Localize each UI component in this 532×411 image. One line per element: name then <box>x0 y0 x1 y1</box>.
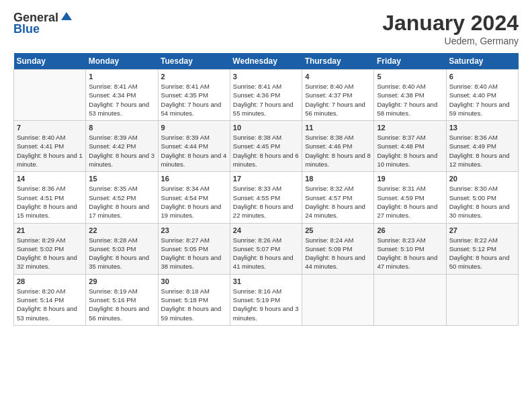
header-row: General Blue January 2024 Uedem, Germany <box>13 11 519 46</box>
day-cell: 4Sunrise: 8:40 AM Sunset: 4:37 PM Daylig… <box>302 70 374 121</box>
day-info: Sunrise: 8:36 AM Sunset: 4:51 PM Dayligh… <box>17 184 83 220</box>
day-number: 13 <box>449 124 515 132</box>
month-title: January 2024 <box>382 11 519 36</box>
day-number: 6 <box>449 73 515 81</box>
day-cell: 6Sunrise: 8:40 AM Sunset: 4:40 PM Daylig… <box>446 70 518 121</box>
day-cell: 26Sunrise: 8:23 AM Sunset: 5:10 PM Dayli… <box>374 223 446 274</box>
col-saturday: Saturday <box>446 53 518 70</box>
title-block: January 2024 Uedem, Germany <box>382 11 519 46</box>
col-monday: Monday <box>86 53 158 70</box>
day-number: 20 <box>449 175 515 183</box>
day-number: 7 <box>17 124 83 132</box>
day-number: 1 <box>89 73 154 81</box>
day-number: 3 <box>233 73 299 81</box>
day-cell: 11Sunrise: 8:38 AM Sunset: 4:46 PM Dayli… <box>302 121 374 172</box>
page-container: General Blue January 2024 Uedem, Germany… <box>0 0 532 334</box>
day-info: Sunrise: 8:24 AM Sunset: 5:09 PM Dayligh… <box>305 236 371 271</box>
day-cell: 25Sunrise: 8:24 AM Sunset: 5:09 PM Dayli… <box>302 223 374 274</box>
day-number: 9 <box>161 124 227 132</box>
logo-blue-text: Blue <box>13 22 40 36</box>
day-info: Sunrise: 8:36 AM Sunset: 4:49 PM Dayligh… <box>449 133 515 169</box>
col-thursday: Thursday <box>302 53 374 70</box>
day-cell: 12Sunrise: 8:37 AM Sunset: 4:48 PM Dayli… <box>374 121 446 172</box>
day-info: Sunrise: 8:26 AM Sunset: 5:07 PM Dayligh… <box>233 236 299 271</box>
day-cell: 1Sunrise: 8:41 AM Sunset: 4:34 PM Daylig… <box>86 70 158 121</box>
location-title: Uedem, Germany <box>382 36 519 46</box>
day-number: 17 <box>233 175 299 183</box>
day-number: 16 <box>161 175 227 183</box>
day-info: Sunrise: 8:20 AM Sunset: 5:14 PM Dayligh… <box>17 287 83 322</box>
svg-marker-0 <box>61 12 72 20</box>
day-info: Sunrise: 8:40 AM Sunset: 4:38 PM Dayligh… <box>377 82 443 118</box>
day-number: 15 <box>89 175 154 183</box>
day-info: Sunrise: 8:28 AM Sunset: 5:03 PM Dayligh… <box>89 236 154 271</box>
day-number: 19 <box>377 175 443 183</box>
day-number: 2 <box>161 73 227 81</box>
day-info: Sunrise: 8:39 AM Sunset: 4:42 PM Dayligh… <box>89 133 154 169</box>
col-wednesday: Wednesday <box>230 53 302 70</box>
day-info: Sunrise: 8:16 AM Sunset: 5:19 PM Dayligh… <box>233 287 299 322</box>
day-number: 25 <box>305 226 371 234</box>
col-tuesday: Tuesday <box>158 53 230 70</box>
day-number: 10 <box>233 124 299 132</box>
day-number: 31 <box>233 277 299 285</box>
week-row-4: 21Sunrise: 8:29 AM Sunset: 5:02 PM Dayli… <box>14 223 519 274</box>
day-number: 5 <box>377 73 443 81</box>
day-info: Sunrise: 8:29 AM Sunset: 5:02 PM Dayligh… <box>17 236 83 271</box>
day-cell: 31Sunrise: 8:16 AM Sunset: 5:19 PM Dayli… <box>230 274 302 325</box>
day-cell: 28Sunrise: 8:20 AM Sunset: 5:14 PM Dayli… <box>14 274 86 325</box>
day-number: 30 <box>161 277 227 285</box>
day-number: 23 <box>161 226 227 234</box>
day-cell: 8Sunrise: 8:39 AM Sunset: 4:42 PM Daylig… <box>86 121 158 172</box>
day-cell: 7Sunrise: 8:40 AM Sunset: 4:41 PM Daylig… <box>14 121 86 172</box>
col-sunday: Sunday <box>14 53 86 70</box>
week-row-5: 28Sunrise: 8:20 AM Sunset: 5:14 PM Dayli… <box>14 274 519 325</box>
day-cell <box>374 274 446 325</box>
day-cell: 18Sunrise: 8:32 AM Sunset: 4:57 PM Dayli… <box>302 172 374 223</box>
week-row-2: 7Sunrise: 8:40 AM Sunset: 4:41 PM Daylig… <box>14 121 519 172</box>
day-cell: 14Sunrise: 8:36 AM Sunset: 4:51 PM Dayli… <box>14 172 86 223</box>
day-number: 22 <box>89 226 154 234</box>
day-number: 11 <box>305 124 371 132</box>
day-info: Sunrise: 8:41 AM Sunset: 4:35 PM Dayligh… <box>161 82 227 118</box>
day-cell: 22Sunrise: 8:28 AM Sunset: 5:03 PM Dayli… <box>86 223 158 274</box>
day-number: 18 <box>305 175 371 183</box>
week-row-1: 1Sunrise: 8:41 AM Sunset: 4:34 PM Daylig… <box>14 70 519 121</box>
day-number: 21 <box>17 226 83 234</box>
day-cell: 15Sunrise: 8:35 AM Sunset: 4:52 PM Dayli… <box>86 172 158 223</box>
day-info: Sunrise: 8:34 AM Sunset: 4:54 PM Dayligh… <box>161 184 227 220</box>
day-cell: 29Sunrise: 8:19 AM Sunset: 5:16 PM Dayli… <box>86 274 158 325</box>
day-number: 14 <box>17 175 83 183</box>
day-info: Sunrise: 8:32 AM Sunset: 4:57 PM Dayligh… <box>305 184 371 220</box>
day-info: Sunrise: 8:33 AM Sunset: 4:55 PM Dayligh… <box>233 184 299 220</box>
day-cell: 5Sunrise: 8:40 AM Sunset: 4:38 PM Daylig… <box>374 70 446 121</box>
day-info: Sunrise: 8:40 AM Sunset: 4:40 PM Dayligh… <box>449 82 515 118</box>
day-number: 26 <box>377 226 443 234</box>
day-info: Sunrise: 8:23 AM Sunset: 5:10 PM Dayligh… <box>377 236 443 271</box>
day-info: Sunrise: 8:31 AM Sunset: 4:59 PM Dayligh… <box>377 184 443 220</box>
logo-triangle-icon <box>61 11 72 24</box>
day-info: Sunrise: 8:27 AM Sunset: 5:05 PM Dayligh… <box>161 236 227 271</box>
day-info: Sunrise: 8:19 AM Sunset: 5:16 PM Dayligh… <box>89 287 154 322</box>
day-info: Sunrise: 8:40 AM Sunset: 4:37 PM Dayligh… <box>305 82 371 118</box>
day-cell: 13Sunrise: 8:36 AM Sunset: 4:49 PM Dayli… <box>446 121 518 172</box>
day-info: Sunrise: 8:41 AM Sunset: 4:36 PM Dayligh… <box>233 82 299 118</box>
day-number: 12 <box>377 124 443 132</box>
calendar-table: Sunday Monday Tuesday Wednesday Thursday… <box>13 53 519 326</box>
day-cell: 3Sunrise: 8:41 AM Sunset: 4:36 PM Daylig… <box>230 70 302 121</box>
day-info: Sunrise: 8:41 AM Sunset: 4:34 PM Dayligh… <box>89 82 154 118</box>
day-info: Sunrise: 8:35 AM Sunset: 4:52 PM Dayligh… <box>89 184 154 220</box>
day-info: Sunrise: 8:37 AM Sunset: 4:48 PM Dayligh… <box>377 133 443 169</box>
day-number: 28 <box>17 277 83 285</box>
col-friday: Friday <box>374 53 446 70</box>
day-cell: 19Sunrise: 8:31 AM Sunset: 4:59 PM Dayli… <box>374 172 446 223</box>
day-cell <box>446 274 518 325</box>
day-cell: 30Sunrise: 8:18 AM Sunset: 5:18 PM Dayli… <box>158 274 230 325</box>
day-cell: 24Sunrise: 8:26 AM Sunset: 5:07 PM Dayli… <box>230 223 302 274</box>
logo: General Blue <box>13 11 72 36</box>
day-info: Sunrise: 8:30 AM Sunset: 5:00 PM Dayligh… <box>449 184 515 220</box>
day-cell: 16Sunrise: 8:34 AM Sunset: 4:54 PM Dayli… <box>158 172 230 223</box>
day-info: Sunrise: 8:18 AM Sunset: 5:18 PM Dayligh… <box>161 287 227 322</box>
day-info: Sunrise: 8:39 AM Sunset: 4:44 PM Dayligh… <box>161 133 227 169</box>
day-cell: 20Sunrise: 8:30 AM Sunset: 5:00 PM Dayli… <box>446 172 518 223</box>
